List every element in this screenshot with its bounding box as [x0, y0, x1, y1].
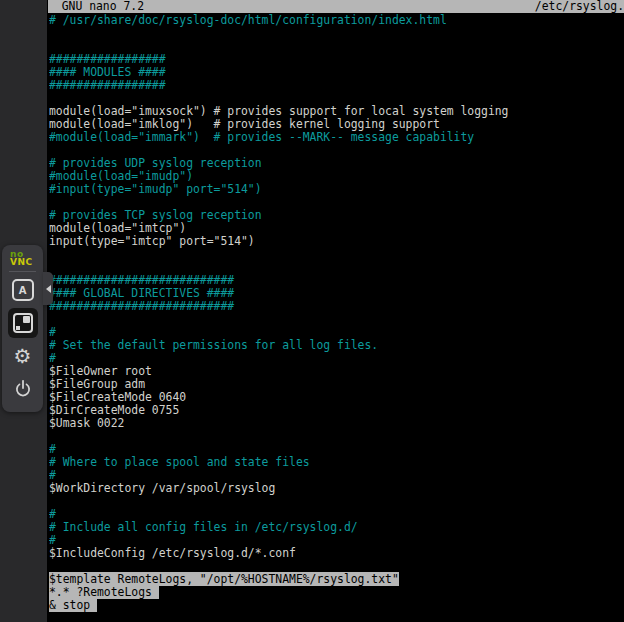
nano-version-label: GNU nano 7.2	[48, 0, 144, 13]
clipboard-icon: A	[12, 279, 34, 301]
terminal-content: # /usr/share/doc/rsyslog-doc/html/config…	[49, 14, 624, 622]
fullscreen-active-highlight	[8, 308, 38, 338]
terminal-line: #input(type="imudp" port="514")	[49, 183, 624, 196]
terminal-line: # Where to place spool and state files	[49, 456, 624, 469]
terminal-line	[49, 248, 624, 261]
toolbar-divider	[9, 271, 36, 272]
terminal-line: & stop	[49, 599, 624, 612]
clipboard-button[interactable]: A	[12, 279, 34, 301]
terminal-line: $WorkDirectory /var/spool/rsyslog	[49, 482, 624, 495]
fullscreen-icon	[13, 313, 33, 333]
nano-titlebar: GNU nano 7.2 /etc/rsyslog.	[48, 0, 624, 13]
terminal-line	[49, 313, 624, 326]
gear-icon: ⚙	[14, 346, 32, 366]
terminal-line: # /usr/share/doc/rsyslog-doc/html/config…	[49, 14, 624, 27]
fullscreen-button[interactable]	[8, 308, 38, 338]
novnc-control-bar: no VNC A ⚙	[2, 245, 43, 412]
terminal-line: input(type="imtcp" port="514")	[49, 235, 624, 248]
terminal-line: $DirCreateMode 0755	[49, 404, 624, 417]
terminal-line: # Include all config files in /etc/rsysl…	[49, 521, 624, 534]
terminal-line: # Set the default permissions for all lo…	[49, 339, 624, 352]
power-icon	[12, 378, 33, 399]
novnc-logo: no VNC	[10, 250, 33, 266]
terminal-line: $IncludeConfig /etc/rsyslog.d/*.conf	[49, 547, 624, 560]
terminal-line: #module(load="immark") # provides --MARK…	[49, 131, 624, 144]
settings-button[interactable]: ⚙	[14, 346, 32, 366]
control-bar-collapse-handle[interactable]	[43, 272, 53, 305]
fullscreen-icon-square-bottom-left	[16, 326, 20, 330]
terminal-line: #################	[49, 79, 624, 92]
terminal-line: ###########################	[49, 300, 624, 313]
novnc-logo-vnc: VNC	[10, 258, 33, 266]
nano-filename-label: /etc/rsyslog.	[535, 0, 624, 13]
disconnect-button[interactable]	[12, 378, 33, 399]
chevron-left-icon	[42, 285, 51, 293]
terminal-line	[49, 495, 624, 508]
terminal-line	[49, 27, 624, 40]
terminal-line	[49, 430, 624, 443]
terminal-line: *.* ?RemoteLogs	[49, 586, 624, 599]
fullscreen-icon-square-top-right	[23, 316, 30, 323]
terminal-line: $Umask 0022	[49, 417, 624, 430]
vnc-terminal-screen[interactable]: GNU nano 7.2 /etc/rsyslog. # /usr/share/…	[47, 0, 624, 622]
